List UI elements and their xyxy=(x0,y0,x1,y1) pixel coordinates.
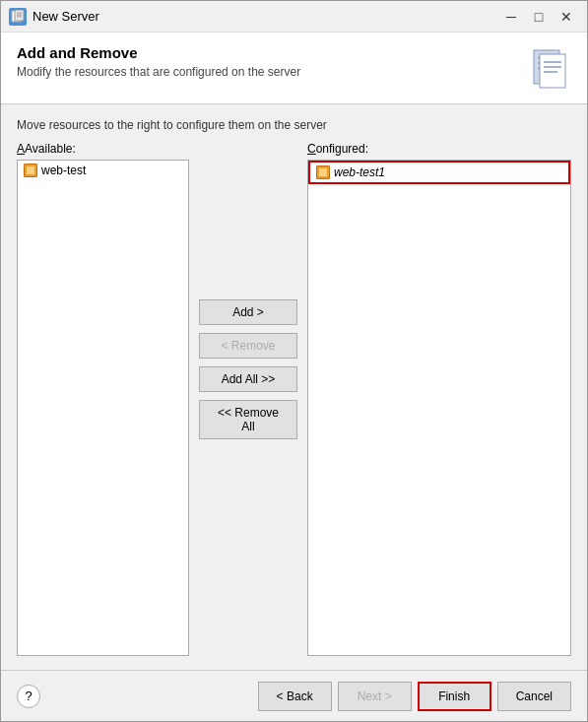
web-test1-icon xyxy=(316,165,330,179)
footer-buttons: < Back Next > Finish Cancel xyxy=(258,682,571,711)
remove-button[interactable]: < Remove xyxy=(199,333,297,359)
window-title: New Server xyxy=(33,9,498,24)
close-button[interactable]: ✕ xyxy=(554,7,579,27)
back-button[interactable]: < Back xyxy=(258,682,332,711)
available-label: AAvailable: xyxy=(17,142,189,156)
window-icon xyxy=(9,8,27,26)
new-server-dialog: New Server ─ □ ✕ Add and Remove Modify t… xyxy=(0,0,588,722)
footer: ? < Back Next > Finish Cancel xyxy=(1,670,587,721)
panels-container: AAvailable: web-test Add > < Remove Add … xyxy=(17,142,571,656)
instruction-text: Move resources to the right to configure… xyxy=(17,118,571,132)
configured-listbox[interactable]: web-test1 xyxy=(307,160,571,656)
configured-item-web-test1[interactable]: web-test1 xyxy=(308,161,570,184)
add-button[interactable]: Add > xyxy=(199,299,297,325)
svg-rect-9 xyxy=(540,54,565,88)
maximize-button[interactable]: □ xyxy=(526,7,552,27)
help-button[interactable]: ? xyxy=(17,685,40,708)
minimize-button[interactable]: ─ xyxy=(498,7,524,27)
header-subtitle: Modify the resources that are configured… xyxy=(17,65,514,79)
header-icon xyxy=(524,44,571,92)
finish-button[interactable]: Finish xyxy=(418,682,491,711)
header-title: Add and Remove xyxy=(17,44,514,61)
content-area: Move resources to the right to configure… xyxy=(1,104,587,670)
available-listbox[interactable]: web-test xyxy=(17,160,189,656)
titlebar: New Server ─ □ ✕ xyxy=(1,1,587,33)
available-panel: AAvailable: web-test xyxy=(17,142,189,656)
header-section: Add and Remove Modify the resources that… xyxy=(1,33,587,104)
remove-all-button[interactable]: << Remove All xyxy=(199,400,297,439)
next-button[interactable]: Next > xyxy=(338,682,412,711)
header-text: Add and Remove Modify the resources that… xyxy=(17,44,514,79)
configured-panel: Configured: web-test1 xyxy=(307,142,571,656)
cancel-button[interactable]: Cancel xyxy=(497,682,571,711)
available-item-web-test[interactable]: web-test xyxy=(18,161,188,180)
add-all-button[interactable]: Add All >> xyxy=(199,366,297,392)
configured-item-label: web-test1 xyxy=(334,165,385,179)
middle-buttons: Add > < Remove Add All >> << Remove All xyxy=(189,142,307,656)
available-item-label: web-test xyxy=(41,164,86,177)
configured-label: Configured: xyxy=(307,142,571,156)
titlebar-controls: ─ □ ✕ xyxy=(498,7,579,27)
web-test-icon xyxy=(24,164,37,177)
